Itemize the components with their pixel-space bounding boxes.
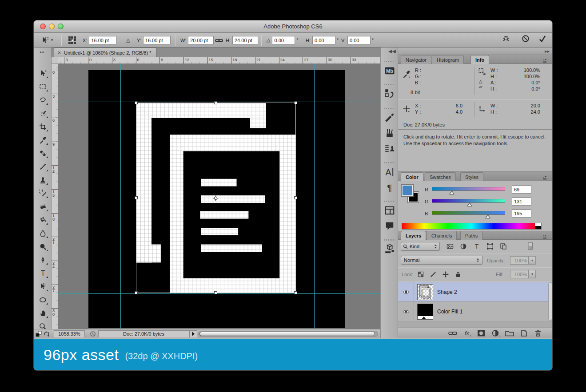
transform-handle-ne[interactable] bbox=[294, 101, 297, 104]
guide-horizontal-top[interactable] bbox=[58, 102, 380, 102]
ellipse-tool[interactable] bbox=[36, 293, 49, 306]
lock-position-button[interactable] bbox=[440, 270, 451, 279]
path-selection-tool-button[interactable]: ▼ bbox=[41, 33, 54, 48]
transform-handle-e[interactable] bbox=[294, 196, 297, 199]
document-tab[interactable]: × Untitled-1 @ 1060% (Shape 2, RGB/8) * bbox=[54, 48, 157, 57]
add-layer-mask-icon[interactable] bbox=[476, 329, 486, 337]
tab-styles[interactable]: Styles bbox=[460, 172, 483, 181]
title-bar[interactable]: Adobe Photoshop CS6 bbox=[34, 20, 552, 33]
cancel-transform-button[interactable] bbox=[520, 33, 531, 44]
tab-layers[interactable]: Layers bbox=[401, 231, 426, 240]
link-dimensions-icon[interactable] bbox=[215, 33, 223, 48]
layer-visibility-eye-icon[interactable] bbox=[398, 302, 414, 321]
filter-shape-layers-button[interactable] bbox=[484, 242, 496, 251]
fill-dropdown-icon[interactable]: ▼ bbox=[529, 270, 536, 278]
foreground-background-swatches[interactable] bbox=[34, 329, 52, 338]
transform-handle-w[interactable] bbox=[135, 196, 138, 199]
lock-pixels-button[interactable] bbox=[427, 270, 439, 279]
crop-tool[interactable] bbox=[36, 120, 49, 133]
width-input[interactable] bbox=[188, 36, 214, 44]
x-position-input[interactable] bbox=[89, 36, 116, 44]
paragraph-panel-icon[interactable]: ¶ bbox=[384, 182, 395, 193]
filter-pixel-layers-button[interactable] bbox=[444, 242, 456, 251]
color-spectrum-ramp[interactable] bbox=[402, 223, 542, 230]
layer-comps-panel-icon[interactable] bbox=[384, 205, 395, 216]
r-value-input[interactable] bbox=[512, 186, 531, 194]
dock-group-grip[interactable] bbox=[384, 84, 395, 85]
b-value-input[interactable] bbox=[512, 210, 531, 218]
chevron-down-icon[interactable]: ▼ bbox=[50, 38, 54, 42]
h-skew-input[interactable] bbox=[312, 36, 335, 44]
g-value-input[interactable] bbox=[512, 198, 531, 206]
clone-source-panel-icon[interactable] bbox=[384, 143, 395, 154]
transform-reference-point[interactable] bbox=[213, 195, 219, 201]
guide-vertical-left[interactable] bbox=[120, 64, 121, 329]
panel-menu-icon[interactable] bbox=[542, 57, 550, 62]
expand-dock-icon[interactable]: ◀◀ bbox=[388, 48, 396, 54]
transform-bounding-box[interactable] bbox=[136, 103, 296, 293]
tab-info[interactable]: Info bbox=[470, 55, 489, 64]
guide-vertical-right[interactable] bbox=[314, 64, 315, 329]
status-clock-icon[interactable] bbox=[87, 328, 99, 340]
lock-transparency-button[interactable] bbox=[415, 270, 427, 279]
transform-handle-s[interactable] bbox=[214, 291, 217, 294]
b-slider-track[interactable] bbox=[432, 211, 505, 215]
black-swatch[interactable] bbox=[535, 226, 541, 229]
status-options-button[interactable] bbox=[189, 330, 197, 337]
height-input[interactable] bbox=[232, 36, 258, 44]
y-position-input[interactable] bbox=[143, 36, 171, 44]
horizontal-scrollbar[interactable] bbox=[198, 331, 378, 337]
transform-handle-se[interactable] bbox=[294, 291, 297, 294]
warp-mode-toggle-button[interactable] bbox=[500, 33, 512, 44]
transform-handle-n[interactable] bbox=[214, 101, 217, 104]
mini-bridge-panel-icon[interactable]: Mb bbox=[384, 65, 395, 76]
layer-thumbnail[interactable] bbox=[417, 284, 433, 300]
properties-panel-icon[interactable] bbox=[384, 244, 395, 254]
tab-channels[interactable]: Channels bbox=[427, 231, 457, 240]
tab-paths[interactable]: Paths bbox=[460, 231, 482, 240]
dock-group-grip[interactable] bbox=[384, 201, 395, 202]
layer-row-color-fill-1[interactable]: Color Fill 1 bbox=[398, 302, 553, 321]
lock-all-button[interactable] bbox=[452, 270, 464, 279]
dodge-tool[interactable] bbox=[36, 240, 49, 253]
layer-name[interactable]: Color Fill 1 bbox=[437, 309, 462, 315]
fill-value[interactable]: 100% bbox=[510, 270, 529, 278]
close-tab-icon[interactable]: × bbox=[58, 50, 61, 56]
tab-histogram[interactable]: Histogram bbox=[432, 55, 464, 64]
tab-navigator[interactable]: Navigator bbox=[401, 55, 431, 64]
paint-bucket-tool[interactable] bbox=[36, 214, 49, 226]
layers-scrollbar[interactable] bbox=[548, 282, 552, 321]
guide-horizontal-bottom[interactable] bbox=[58, 293, 380, 294]
filter-adjustment-layers-button[interactable] bbox=[458, 242, 469, 251]
delete-layer-icon[interactable] bbox=[533, 329, 543, 337]
doc-size-field[interactable]: Doc: 27.0K/0 bytes bbox=[98, 330, 189, 337]
pen-tool[interactable] bbox=[36, 253, 49, 266]
blend-mode-select[interactable]: Normal bbox=[401, 256, 483, 265]
brush-panel-icon[interactable] bbox=[384, 112, 395, 123]
panel-menu-icon[interactable] bbox=[542, 233, 550, 238]
character-panel-icon[interactable]: A bbox=[384, 166, 395, 177]
tab-color[interactable]: Color bbox=[401, 172, 423, 181]
path-selection-tool[interactable] bbox=[36, 280, 49, 293]
layer-visibility-eye-icon[interactable] bbox=[398, 282, 414, 302]
move-tool[interactable] bbox=[36, 67, 49, 79]
clone-stamp-tool[interactable] bbox=[36, 174, 49, 186]
reference-point-locator[interactable] bbox=[68, 33, 76, 48]
layer-row-shape-2[interactable]: Shape 2 bbox=[398, 282, 553, 302]
eyedropper-tool[interactable] bbox=[36, 134, 49, 146]
filter-smart-objects-button[interactable] bbox=[498, 242, 509, 251]
dock-group-grip[interactable] bbox=[384, 239, 395, 241]
zoom-level-field[interactable]: 1058.33% bbox=[54, 330, 85, 337]
commit-transform-button[interactable] bbox=[537, 33, 548, 44]
hand-tool[interactable] bbox=[36, 307, 49, 319]
rotate-angle-input[interactable] bbox=[272, 36, 295, 44]
new-adjustment-layer-icon[interactable] bbox=[490, 329, 500, 337]
transform-handle-nw[interactable] bbox=[135, 101, 138, 104]
panel-menu-icon[interactable] bbox=[542, 174, 550, 179]
blur-tool[interactable] bbox=[36, 227, 49, 239]
layer-name[interactable]: Shape 2 bbox=[437, 289, 457, 295]
dock-group-grip[interactable] bbox=[384, 61, 395, 62]
layer-filtering-toggle[interactable] bbox=[528, 242, 533, 250]
link-layers-icon[interactable] bbox=[448, 329, 458, 337]
notes-panel-icon[interactable] bbox=[384, 221, 395, 231]
